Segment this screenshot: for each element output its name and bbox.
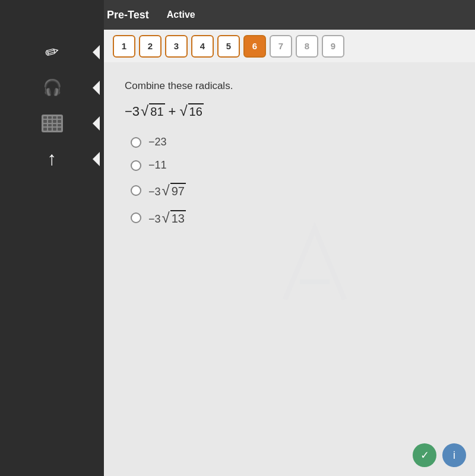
- option-3-label: −3 √ 97: [148, 182, 186, 199]
- page-title: Pre-Test: [107, 9, 149, 21]
- radio-2[interactable]: [131, 160, 141, 171]
- radio-3[interactable]: [131, 185, 141, 196]
- main-content: Combine these radicals. −3 √ 81 + √ 16 −…: [104, 62, 475, 476]
- tab-8[interactable]: 8: [296, 35, 318, 58]
- radical-16: √ 16: [179, 103, 203, 119]
- sidebar: ✏ 🎧 ↑: [0, 0, 104, 476]
- sidebar-item-pencil[interactable]: ✏: [5, 36, 100, 68]
- tab-2[interactable]: 2: [139, 35, 162, 58]
- radical-97: √ 97: [162, 182, 186, 199]
- option-2[interactable]: −11: [131, 159, 454, 172]
- option-2-label: −11: [148, 159, 167, 172]
- expression-plus: +: [169, 104, 176, 119]
- option-3[interactable]: −3 √ 97: [131, 182, 454, 199]
- question-tabs: 1 2 3 4 5 6 7 8 9: [104, 30, 475, 62]
- tab-3[interactable]: 3: [165, 35, 188, 58]
- option-1[interactable]: −23: [131, 136, 454, 148]
- sidebar-item-headphone[interactable]: 🎧: [5, 71, 100, 104]
- radio-4[interactable]: [131, 212, 141, 223]
- option-1-label: −23: [148, 136, 167, 148]
- tab-4[interactable]: 4: [191, 35, 214, 58]
- green-icon: ✓: [420, 449, 429, 462]
- status-badge: Active: [167, 9, 195, 20]
- tab-5[interactable]: 5: [217, 35, 240, 58]
- option-4-coeff: −3: [148, 213, 161, 226]
- sidebar-item-arrow-up[interactable]: ↑: [5, 142, 100, 175]
- tab-9[interactable]: 9: [322, 35, 344, 58]
- option-4[interactable]: −3 √ 13: [131, 210, 454, 226]
- options-list: −23 −11 −3 √ 97 −3: [131, 136, 454, 226]
- bottom-icon-blue[interactable]: i: [442, 443, 466, 467]
- tab-6[interactable]: 6: [243, 35, 266, 58]
- radical-13: √ 13: [162, 210, 186, 226]
- tab-7[interactable]: 7: [270, 35, 292, 58]
- bottom-icons: ✓ i: [413, 443, 466, 467]
- radio-1[interactable]: [131, 137, 141, 148]
- arrow-up-icon: ↑: [48, 148, 57, 170]
- headphone-icon: 🎧: [43, 78, 62, 97]
- question-prompt: Combine these radicals.: [125, 80, 454, 92]
- option-4-label: −3 √ 13: [148, 210, 186, 226]
- bottom-icon-green[interactable]: ✓: [413, 443, 436, 467]
- calculator-icon: [42, 115, 63, 132]
- blue-icon: i: [453, 449, 455, 462]
- option-3-coeff: −3: [148, 186, 161, 198]
- radical-81: √ 81: [141, 103, 164, 119]
- question-expression: −3 √ 81 + √ 16: [125, 103, 454, 119]
- sidebar-item-calculator[interactable]: [5, 107, 100, 139]
- tab-1[interactable]: 1: [113, 35, 135, 58]
- pencil-icon: ✏: [43, 41, 61, 64]
- expression-coefficient: −3: [125, 104, 140, 119]
- screen: Pre-Test Active ✏ 🎧 ↑ 1 2 3 4 5 6 7: [0, 0, 475, 476]
